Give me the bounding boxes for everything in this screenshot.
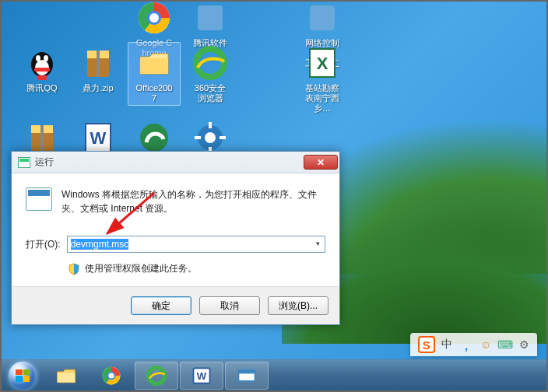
- taskbar-ie[interactable]: [135, 362, 178, 390]
- chevron-down-icon[interactable]: ▾: [313, 238, 322, 249]
- taskbar-word[interactable]: W: [180, 362, 223, 390]
- taskbar-explorer[interactable]: [44, 362, 88, 390]
- icon-label: 鼎力.zip: [79, 83, 118, 93]
- qq-icon: [23, 44, 61, 82]
- desktop-icon[interactable]: 腾讯QQ: [16, 42, 68, 96]
- chrome-icon: [135, 0, 173, 37]
- shield-text: 使用管理权限创建此任务。: [85, 262, 197, 275]
- svg-text:W: W: [90, 128, 107, 148]
- svg-rect-9: [34, 68, 50, 72]
- run-title-icon: [18, 157, 30, 168]
- taskbar-run[interactable]: [225, 362, 269, 390]
- desktop-icon[interactable]: 鼎力.zip: [72, 42, 125, 96]
- svg-point-23: [205, 132, 216, 143]
- shield-icon: [68, 263, 80, 275]
- generic-icon: [304, 0, 341, 37]
- ime-panel[interactable]: S 中 ， ☺ ⌨ ⚙: [410, 333, 537, 356]
- desktop-icon[interactable]: Office2007: [128, 42, 181, 106]
- svg-rect-4: [310, 5, 335, 30]
- icon-label: 基站勘察表南宁西乡…: [303, 83, 342, 114]
- icon-label: Office2007: [135, 83, 174, 103]
- folder-icon: [135, 44, 173, 82]
- ime-gear-icon[interactable]: ⚙: [519, 338, 529, 351]
- svg-point-31: [109, 373, 114, 378]
- cancel-button[interactable]: 取消: [199, 296, 260, 315]
- svg-rect-24: [209, 122, 212, 128]
- desktop-icon[interactable]: 360安全浏览器: [184, 42, 237, 106]
- generic-icon: [191, 0, 229, 37]
- svg-point-7: [36, 55, 40, 61]
- svg-text:X: X: [317, 54, 328, 73]
- svg-rect-18: [40, 125, 44, 152]
- taskbar-chrome[interactable]: [90, 362, 133, 390]
- zip-icon: [79, 44, 117, 82]
- run-icon: [26, 187, 52, 211]
- excel-icon: X: [304, 44, 341, 82]
- desktop-icon[interactable]: X基站勘察表南宁西乡…: [296, 42, 349, 116]
- svg-rect-3: [198, 5, 223, 30]
- svg-point-2: [149, 13, 159, 23]
- close-button[interactable]: ✕: [304, 155, 338, 170]
- dialog-title: 运行: [35, 156, 304, 169]
- open-label: 打开(O):: [26, 238, 61, 251]
- ime-item[interactable]: 中: [441, 338, 452, 352]
- start-button[interactable]: [2, 360, 44, 391]
- taskbar: W: [2, 359, 546, 390]
- ime-item[interactable]: ，: [458, 339, 474, 350]
- ime-face-icon[interactable]: ☺: [480, 338, 491, 351]
- svg-point-8: [44, 55, 48, 61]
- svg-text:W: W: [197, 370, 207, 382]
- svg-rect-27: [220, 136, 226, 139]
- run-dialog: 运行 ✕ Windows 将根据您所输入的名称，为您打开相应的程序、文件夹、文档…: [11, 151, 340, 325]
- svg-rect-12: [97, 51, 100, 77]
- svg-rect-26: [195, 136, 201, 139]
- open-combobox[interactable]: ▾: [67, 236, 325, 253]
- icon-label: 腾讯QQ: [23, 83, 61, 93]
- browse-button[interactable]: 浏览(B)...: [268, 296, 328, 315]
- dialog-description: Windows 将根据您所输入的名称，为您打开相应的程序、文件夹、文档或 Int…: [61, 187, 325, 215]
- sogou-icon: S: [418, 336, 435, 353]
- icon-label: 360安全浏览器: [191, 83, 230, 103]
- svg-rect-36: [239, 370, 255, 373]
- open-input[interactable]: [67, 236, 325, 253]
- 360-icon: [191, 44, 229, 82]
- ime-keyboard-icon[interactable]: ⌨: [497, 338, 513, 351]
- ok-button[interactable]: 确定: [131, 296, 191, 315]
- button-row: 确定 取消 浏览(B)...: [12, 286, 339, 324]
- titlebar[interactable]: 运行 ✕: [12, 152, 339, 173]
